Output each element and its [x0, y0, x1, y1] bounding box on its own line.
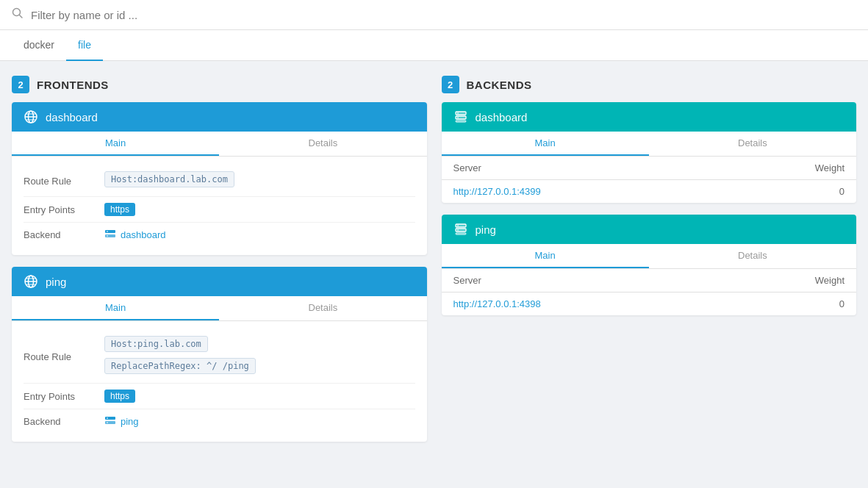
- backend-ping-card: ping Main Details Server Weight http://1…: [442, 215, 857, 315]
- backend-dashboard-header[interactable]: dashboard: [442, 102, 857, 132]
- frontend-dashboard-tabs: Main Details: [12, 132, 427, 157]
- frontend-dashboard-route-label: Route Rule: [24, 176, 104, 187]
- globe-icon: [24, 110, 38, 124]
- frontend-dashboard-body: Route Rule Host:dashboard.lab.com Entry …: [12, 157, 427, 255]
- frontend-dashboard-header[interactable]: dashboard: [12, 102, 427, 132]
- frontend-dashboard-backend-label: Backend: [24, 229, 104, 240]
- db-icon-ping: [453, 222, 468, 237]
- backend-ping-server-weight: 0: [786, 298, 844, 309]
- frontend-dashboard-route-value: Host:dashboard.lab.com: [104, 171, 415, 190]
- frontend-dashboard-entrypoints-row: Entry Points https: [24, 197, 415, 223]
- svg-rect-29: [456, 233, 466, 234]
- frontend-ping-tab-main[interactable]: Main: [12, 296, 219, 320]
- main-content: 2 FRONTENDS dashboard Main D: [0, 61, 868, 468]
- frontend-dashboard-card: dashboard Main Details Route Rule Host:d…: [12, 102, 427, 255]
- frontend-dashboard-name: dashboard: [46, 111, 98, 123]
- backend-dashboard-server-row: http://127.0.0.1:4399 0: [442, 180, 857, 203]
- backend-dashboard-tabs: Main Details: [442, 132, 857, 157]
- frontend-dashboard-tab-details[interactable]: Details: [219, 132, 426, 156]
- backend-ping-server-url: http://127.0.0.1:4398: [453, 298, 786, 309]
- tab-docker[interactable]: docker: [12, 30, 66, 61]
- backend-ping-weight-col-header: Weight: [786, 275, 844, 286]
- backend-ping-server-link[interactable]: http://127.0.0.1:4398: [453, 298, 541, 309]
- db-icon-dashboard: [453, 110, 468, 124]
- frontends-title: FRONTENDS: [37, 79, 109, 91]
- frontend-dashboard-route-row: Route Rule Host:dashboard.lab.com: [24, 165, 415, 197]
- search-bar: [0, 0, 868, 30]
- backends-header: 2 BACKENDS: [442, 76, 857, 93]
- frontend-dashboard-route-badge: Host:dashboard.lab.com: [104, 171, 234, 187]
- backend-ping-header[interactable]: ping: [442, 215, 857, 244]
- backend-dashboard-name: dashboard: [476, 111, 528, 123]
- backend-dashboard-server-col-header: Server: [453, 162, 786, 173]
- frontend-ping-entrypoints-label: Entry Points: [24, 391, 104, 402]
- backends-count: 2: [442, 76, 459, 93]
- backend-ping-server-col-header: Server: [453, 275, 786, 286]
- backends-title: BACKENDS: [467, 79, 532, 91]
- frontend-dashboard-backend-row: Backend dashboard: [24, 223, 415, 246]
- backend-dashboard-server-weight: 0: [786, 186, 844, 197]
- frontend-ping-body: Route Rule Host:ping.lab.com ReplacePath…: [12, 321, 427, 442]
- frontend-ping-backend-row: Backend ping: [24, 409, 415, 433]
- frontend-ping-https-badge: https: [104, 390, 135, 403]
- backend-dashboard-card: dashboard Main Details Server Weight htt…: [442, 102, 857, 203]
- frontend-ping-tab-details[interactable]: Details: [219, 296, 426, 320]
- frontend-dashboard-backend-link[interactable]: dashboard: [104, 229, 415, 240]
- frontends-header: 2 FRONTENDS: [12, 76, 427, 93]
- search-icon: [12, 7, 24, 22]
- svg-rect-24: [456, 121, 466, 122]
- frontend-ping-entrypoints-value: https: [104, 390, 415, 403]
- backend-ping-server-row: http://127.0.0.1:4398 0: [442, 293, 857, 315]
- backend-dashboard-server-link[interactable]: http://127.0.0.1:4399: [453, 186, 541, 197]
- backend-dashboard-server-url: http://127.0.0.1:4399: [453, 186, 786, 197]
- globe-icon-ping: [24, 274, 38, 289]
- frontend-ping-backend-label: Backend: [24, 416, 104, 427]
- svg-line-1: [20, 15, 23, 18]
- frontend-ping-header[interactable]: ping: [12, 267, 427, 296]
- tab-file[interactable]: file: [66, 30, 103, 61]
- backend-ping-table-header: Server Weight: [442, 269, 857, 293]
- frontend-dashboard-entrypoints-value: https: [104, 203, 415, 216]
- frontend-ping-name: ping: [46, 276, 66, 288]
- frontend-ping-route-label: Route Rule: [24, 351, 104, 362]
- backend-ping-tabs: Main Details: [442, 244, 857, 269]
- frontend-ping-route-row: Route Rule Host:ping.lab.com ReplacePath…: [24, 330, 415, 384]
- frontend-ping-route-value: Host:ping.lab.com ReplacePathRegex: ^/ /…: [104, 336, 415, 377]
- frontend-ping-backend-name: ping: [121, 416, 139, 427]
- frontend-ping-backend-value: ping: [104, 415, 415, 427]
- backend-ping-tab-main[interactable]: Main: [442, 244, 649, 268]
- backends-column: 2 BACKENDS dashboard Main De: [442, 76, 857, 453]
- frontend-dashboard-backend-name: dashboard: [121, 229, 165, 240]
- search-input[interactable]: [31, 9, 856, 21]
- frontend-ping-route-badge-1: ReplacePathRegex: ^/ /ping: [104, 358, 256, 374]
- backend-dashboard-tab-main[interactable]: Main: [442, 132, 649, 156]
- frontend-ping-entrypoints-row: Entry Points https: [24, 384, 415, 409]
- frontend-dashboard-https-badge: https: [104, 203, 135, 216]
- frontend-ping-backend-link[interactable]: ping: [104, 415, 415, 427]
- backend-ping-tab-details[interactable]: Details: [649, 244, 856, 268]
- frontend-dashboard-entrypoints-label: Entry Points: [24, 204, 104, 215]
- frontends-count: 2: [12, 76, 29, 93]
- backend-dashboard-tab-details[interactable]: Details: [649, 132, 856, 156]
- backend-dashboard-weight-col-header: Weight: [786, 162, 844, 173]
- tabs-bar: docker file: [0, 30, 868, 61]
- frontend-ping-card: ping Main Details Route Rule Host:ping.l…: [12, 267, 427, 442]
- frontends-column: 2 FRONTENDS dashboard Main D: [12, 76, 427, 453]
- backend-ping-name: ping: [476, 223, 496, 236]
- frontend-dashboard-backend-value: dashboard: [104, 229, 415, 240]
- frontend-ping-route-badge-0: Host:ping.lab.com: [104, 336, 208, 352]
- backend-dashboard-table-header: Server Weight: [442, 157, 857, 180]
- frontend-dashboard-tab-main[interactable]: Main: [12, 132, 219, 156]
- frontend-ping-tabs: Main Details: [12, 296, 427, 321]
